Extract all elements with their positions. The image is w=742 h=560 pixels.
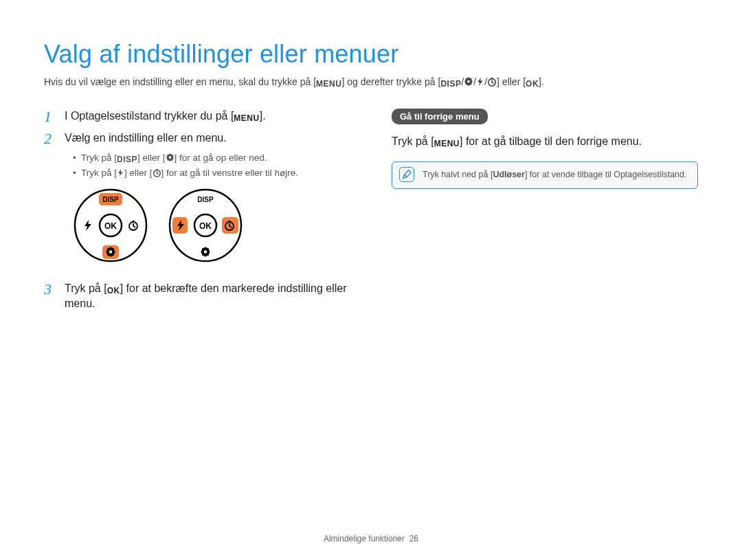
rp-a: Tryk på [ bbox=[392, 135, 434, 147]
intro-text-4: ]. bbox=[539, 76, 544, 87]
step-1-text-a: I Optagelsestilstand trykker du på [ bbox=[65, 110, 234, 122]
step-2-bullets: Tryk på [DISP] eller [] for at gå op ell… bbox=[73, 153, 350, 178]
page-title: Valg af indstillinger eller menuer bbox=[44, 40, 698, 69]
note-a: Tryk halvt ned på [ bbox=[423, 170, 493, 179]
footer-page: 26 bbox=[409, 534, 418, 544]
intro-text-1: Hvis du vil vælge en indstilling eller e… bbox=[44, 76, 316, 87]
intro-text-2: ] og derefter trykke på [ bbox=[341, 76, 440, 87]
page-footer: Almindelige funktioner 26 bbox=[0, 534, 742, 544]
dial-ok-label: OK bbox=[199, 221, 212, 231]
b2-c: ] for at gå til venstre eller til højre. bbox=[161, 168, 299, 178]
dial-disp-label: DISP bbox=[102, 196, 119, 203]
dial-vertical: OK DISP bbox=[73, 188, 148, 263]
left-column: 1 I Optagelsestilstand trykker du på [ME… bbox=[44, 109, 350, 317]
timer-icon bbox=[153, 168, 161, 177]
flower-icon bbox=[464, 77, 473, 87]
timer-icon bbox=[487, 77, 497, 87]
dial-ok-label: OK bbox=[104, 221, 117, 231]
note-icon bbox=[399, 167, 414, 182]
step-3: 3 Tryk på [OK] for at bekræfte den marke… bbox=[44, 281, 350, 312]
flash-icon bbox=[476, 77, 484, 87]
step-number-1: 1 bbox=[44, 109, 56, 125]
back-menu-pill: Gå til forrige menu bbox=[392, 109, 488, 124]
intro-paragraph: Hvis du vil vælge en indstilling eller e… bbox=[44, 76, 698, 89]
b2-a: Tryk på [ bbox=[81, 168, 117, 178]
flash-icon bbox=[117, 168, 124, 177]
ok-glyph: OK bbox=[107, 286, 120, 296]
dial-horizontal: OK DISP bbox=[168, 188, 243, 263]
step-1: 1 I Optagelsestilstand trykker du på [ME… bbox=[44, 109, 350, 125]
footer-section: Almindelige funktioner bbox=[324, 534, 405, 544]
step-2-text: Vælg en indstilling eller en menu. bbox=[65, 131, 227, 146]
menu-glyph: MENU bbox=[434, 139, 460, 149]
step-3-text-a: Tryk på [ bbox=[65, 282, 107, 294]
flower-icon bbox=[166, 153, 175, 162]
step-2: 2 Vælg en indstilling eller en menu. bbox=[44, 131, 350, 147]
disp-glyph: DISP bbox=[440, 79, 461, 89]
note-bold: Udløser bbox=[493, 170, 525, 179]
dial-graphics: OK DISP OK DISP bbox=[73, 188, 350, 263]
rp-b: ] for at gå tilbage til den forrige menu… bbox=[460, 135, 642, 147]
disp-glyph: DISP bbox=[117, 155, 137, 165]
b2-b: ] eller [ bbox=[124, 168, 153, 178]
right-column: Gå til forrige menu Tryk på [MENU] for a… bbox=[392, 109, 698, 317]
b1-b: ] eller [ bbox=[137, 153, 166, 163]
dial-disp-label: DISP bbox=[197, 196, 214, 203]
note-box: Tryk halvt ned på [Udløser] for at vende… bbox=[392, 161, 698, 189]
note-b: ] for at vende tilbage til Optagelsestil… bbox=[525, 170, 687, 179]
bullet-up-down: Tryk på [DISP] eller [] for at gå op ell… bbox=[73, 153, 350, 165]
step-number-2: 2 bbox=[44, 131, 56, 147]
ok-glyph: OK bbox=[526, 79, 539, 89]
step-number-3: 3 bbox=[44, 281, 56, 298]
b1-c: ] for at gå op eller ned. bbox=[175, 153, 267, 163]
b1-a: Tryk på [ bbox=[81, 153, 117, 163]
svg-rect-12 bbox=[222, 217, 238, 234]
step-1-text-b: ]. bbox=[260, 110, 266, 122]
menu-glyph: MENU bbox=[234, 113, 259, 124]
menu-glyph: MENU bbox=[316, 79, 341, 89]
bullet-left-right: Tryk på [] eller [] for at gå til venstr… bbox=[73, 168, 350, 178]
back-menu-paragraph: Tryk på [MENU] for at gå tilbage til den… bbox=[392, 134, 698, 149]
intro-text-3: ] eller [ bbox=[497, 76, 526, 87]
